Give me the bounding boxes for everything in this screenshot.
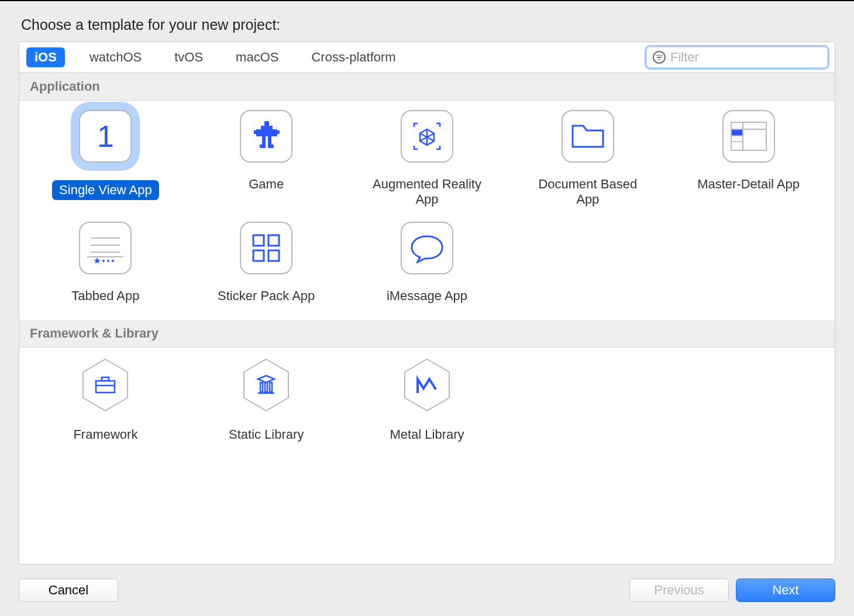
template-label: Master-Detail App — [690, 174, 807, 194]
template-static-library[interactable]: Static Library — [186, 357, 347, 445]
svg-rect-16 — [732, 130, 742, 136]
filter-icon — [653, 51, 666, 64]
cancel-button[interactable]: Cancel — [19, 579, 118, 602]
master-detail-icon — [722, 110, 775, 163]
svg-text:★: ★ — [93, 256, 101, 266]
section-body-framework-library: Framework Static Library — [19, 347, 835, 468]
tab-ios[interactable]: iOS — [26, 47, 65, 67]
svg-rect-38 — [265, 383, 267, 392]
svg-rect-39 — [270, 383, 272, 392]
svg-point-24 — [102, 260, 105, 262]
template-tabbed-app[interactable]: ★ Tabbed App — [25, 222, 186, 306]
svg-rect-29 — [253, 250, 264, 261]
svg-rect-28 — [268, 235, 279, 246]
template-single-view-app[interactable]: 1 Single View App — [25, 110, 186, 210]
tab-watchos[interactable]: watchOS — [81, 47, 150, 67]
template-imessage-app[interactable]: iMessage App — [347, 222, 508, 306]
template-label: Sticker Pack App — [211, 286, 322, 306]
template-label: Document Based App — [526, 174, 649, 210]
tab-tvos[interactable]: tvOS — [166, 47, 211, 67]
tab-cross-platform[interactable]: Cross-platform — [303, 47, 404, 67]
template-label: Framework — [66, 425, 144, 445]
framework-icon — [81, 357, 130, 413]
template-label: Tabbed App — [64, 286, 146, 306]
svg-rect-2 — [256, 129, 277, 136]
svg-rect-4 — [268, 136, 271, 144]
svg-rect-1 — [261, 126, 273, 129]
template-panel: iOS watchOS tvOS macOS Cross-platform Ap… — [19, 42, 835, 565]
template-game[interactable]: Game — [186, 110, 347, 210]
template-label: Game — [242, 174, 291, 194]
footer: Cancel Previous Next — [19, 565, 835, 602]
svg-rect-33 — [102, 377, 109, 381]
template-document-based-app[interactable]: Document Based App — [507, 110, 668, 210]
ar-icon — [401, 110, 453, 163]
tab-macos[interactable]: macOS — [228, 47, 287, 67]
svg-marker-36 — [258, 376, 274, 383]
svg-rect-0 — [264, 121, 269, 126]
metal-library-icon — [402, 357, 452, 413]
template-label: iMessage App — [380, 286, 474, 306]
template-master-detail-app[interactable]: Master-Detail App — [668, 110, 829, 210]
platform-tabbar: iOS watchOS tvOS macOS Cross-platform — [19, 42, 835, 73]
game-icon — [240, 110, 292, 163]
template-label: Static Library — [222, 425, 311, 445]
new-project-sheet: Choose a template for your new project: … — [0, 0, 854, 616]
template-label: Augmented Reality App — [366, 174, 488, 210]
svg-rect-30 — [268, 250, 279, 261]
section-body-application: 1 Single View App — [19, 101, 835, 320]
template-sticker-pack-app[interactable]: Sticker Pack App — [186, 222, 347, 306]
next-button[interactable]: Next — [736, 579, 835, 602]
imessage-icon — [401, 222, 453, 274]
document-icon — [562, 110, 614, 163]
filter-field-wrap[interactable] — [646, 47, 828, 68]
single-view-app-icon: 1 — [79, 110, 132, 163]
svg-rect-27 — [253, 235, 264, 246]
template-label: Metal Library — [383, 425, 471, 445]
template-augmented-reality-app[interactable]: Augmented Reality App — [347, 110, 508, 210]
section-header-framework-library: Framework & Library — [19, 320, 835, 347]
sheet-title: Choose a template for your new project: — [21, 16, 835, 33]
svg-rect-13 — [731, 122, 766, 150]
template-label: Single View App — [52, 180, 159, 200]
svg-rect-7 — [254, 130, 257, 134]
template-metal-library[interactable]: Metal Library — [347, 357, 508, 445]
svg-rect-6 — [268, 144, 274, 148]
svg-rect-8 — [276, 130, 280, 134]
filter-input[interactable] — [670, 50, 831, 65]
section-header-application: Application — [19, 73, 835, 101]
svg-rect-37 — [260, 383, 263, 392]
svg-point-26 — [112, 260, 114, 262]
svg-point-25 — [107, 260, 109, 262]
svg-rect-3 — [262, 136, 266, 144]
svg-rect-5 — [260, 144, 266, 148]
template-framework[interactable]: Framework — [25, 357, 186, 445]
svg-rect-32 — [96, 381, 115, 393]
tabbed-icon: ★ — [79, 222, 132, 274]
previous-button: Previous — [629, 579, 729, 602]
static-library-icon — [242, 357, 291, 413]
sticker-pack-icon — [240, 222, 292, 274]
